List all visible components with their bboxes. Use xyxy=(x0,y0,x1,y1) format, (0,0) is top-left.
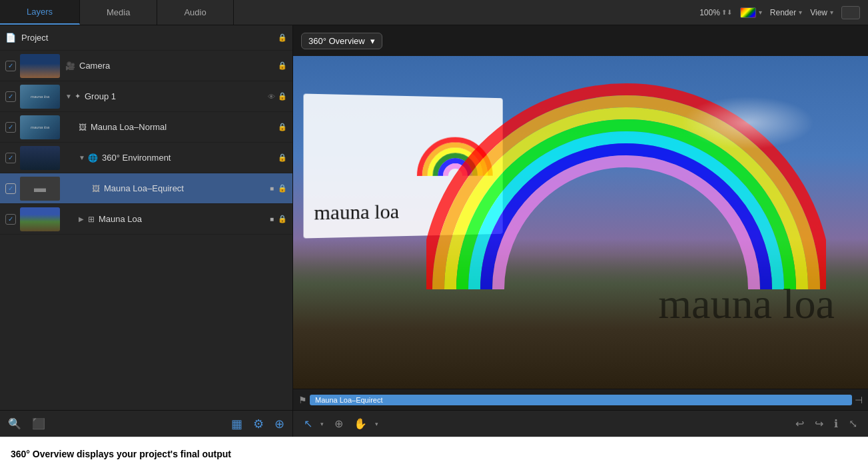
sidebar-toolbar: 🔍 ⬛ ▦ ⚙ ⊕ xyxy=(0,410,292,437)
env360-lock-icon: 🔒 xyxy=(278,153,287,162)
canvas-viewport[interactable]: mauna loa xyxy=(293,56,868,389)
mauna-equirect-badge: ■ xyxy=(270,185,274,192)
camera-thumbnail xyxy=(20,54,60,78)
mauna-loa-arrow-icon: ▶ xyxy=(79,215,85,223)
orbit-tool-btn[interactable]: ⊕ xyxy=(332,415,346,433)
camera-lock-icon: 🔒 xyxy=(278,61,287,70)
layer-item-env360[interactable]: ✓ ▼ 🌐 360° Environment 🔒 xyxy=(0,143,292,173)
info-btn[interactable]: ℹ xyxy=(831,415,841,433)
mauna-equirect-lock-icon: 🔒 xyxy=(278,184,287,193)
zoom-chevron-icon: ⬆⬇ xyxy=(721,9,732,16)
timeline-start-pin: ⚑ xyxy=(298,395,307,405)
tab-media[interactable]: Media xyxy=(80,0,157,25)
mauna-loa-thumbnail xyxy=(20,207,60,231)
group1-arrow-icon: ▼ xyxy=(65,93,72,100)
render-chevron-icon: ▾ xyxy=(799,9,802,16)
camera-checkbox[interactable]: ✓ xyxy=(5,61,16,71)
view-360-dropdown[interactable]: 360° Overview ▾ xyxy=(301,33,382,49)
layer-item-mauna-loa[interactable]: ✓ ▶ ⊞ Mauna Loa ■ 🔒 xyxy=(0,204,292,235)
canvas-toolbar: ↖ ▾ ⊕ ✋ ▾ ↩ ↪ ℹ ⤡ xyxy=(293,410,868,437)
env360-arrow-icon: ▼ xyxy=(79,154,85,161)
render-dropdown[interactable]: Render ▾ xyxy=(770,8,802,17)
group1-icon: ✦ xyxy=(75,92,81,101)
mauna-loa-icon: ⊞ xyxy=(88,215,95,224)
add-layer-btn[interactable]: ⊕ xyxy=(274,417,284,431)
timeline-end-pin: ⊣ xyxy=(855,395,863,405)
pan-tool-btn[interactable]: ✋ xyxy=(351,415,370,433)
zoom-control[interactable]: 100% ⬆⬇ xyxy=(699,8,732,17)
color-swatch xyxy=(740,7,756,18)
select-tool-group: ↖ ▾ xyxy=(301,415,326,433)
project-icon: 📄 xyxy=(5,33,16,43)
mauna-equirect-checkbox[interactable]: ✓ xyxy=(5,183,16,194)
layer-item-group1[interactable]: ✓ mauna loa ▼ ✦ Group 1 👁 🔒 xyxy=(0,81,292,112)
scene-text-panel: mauna loa xyxy=(314,200,399,224)
search-btn[interactable]: 🔍 xyxy=(8,417,21,430)
mauna-normal-thumbnail: mauna loa xyxy=(20,115,60,139)
project-lock-icon: 🔒 xyxy=(278,33,287,42)
view-toggle-btn[interactable]: ⬛ xyxy=(32,417,45,430)
layer-list: 📄 Project 🔒 ✓ 🎥 Camera 🔒 ✓ mauna loa ▼ ✦ xyxy=(0,25,292,410)
mauna-equirect-icon: 🖼 xyxy=(92,184,100,193)
tab-layers[interactable]: Layers xyxy=(0,0,80,25)
canvas-header: 360° Overview ▾ xyxy=(293,25,868,56)
select-tool-btn[interactable]: ↖ xyxy=(301,415,315,433)
env360-checkbox[interactable]: ✓ xyxy=(5,153,16,163)
group1-lock2-icon: 🔒 xyxy=(278,92,287,101)
timeline-track[interactable]: Mauna Loa–Equirect xyxy=(310,395,852,405)
camera-icon: 🎥 xyxy=(65,61,75,71)
layer-item-camera[interactable]: ✓ 🎥 Camera 🔒 xyxy=(0,51,292,81)
sidebar: 📄 Project 🔒 ✓ 🎥 Camera 🔒 ✓ mauna loa ▼ ✦ xyxy=(0,25,293,437)
group1-thumbnail: mauna loa xyxy=(20,85,60,109)
env360-icon: 🌐 xyxy=(88,153,98,163)
canvas-background: mauna loa xyxy=(293,56,868,389)
color-swatch-control[interactable]: ▾ xyxy=(740,7,762,18)
redo-btn[interactable]: ↪ xyxy=(812,415,826,433)
pan-tool-expand[interactable]: ▾ xyxy=(372,418,381,430)
project-row[interactable]: 📄 Project 🔒 xyxy=(0,25,292,51)
mauna-equirect-thumbnail: ▬ xyxy=(20,177,60,201)
undo-btn[interactable]: ↩ xyxy=(793,415,807,433)
group1-checkbox[interactable]: ✓ xyxy=(5,91,16,102)
mauna-normal-icon: 🖼 xyxy=(79,123,87,132)
main-area: 📄 Project 🔒 ✓ 🎥 Camera 🔒 ✓ mauna loa ▼ ✦ xyxy=(0,25,868,437)
settings-btn[interactable]: ⚙ xyxy=(253,417,264,431)
window-resize-btn[interactable] xyxy=(841,6,860,19)
grid-btn[interactable]: ▦ xyxy=(231,417,242,431)
expand-btn[interactable]: ⤡ xyxy=(846,415,860,433)
mauna-loa-badge: ■ xyxy=(270,215,274,223)
view-dropdown-top[interactable]: View ▾ xyxy=(810,8,833,17)
top-bar-right: 100% ⬆⬇ ▾ Render ▾ View ▾ xyxy=(699,6,868,19)
group1-lock-icon: 👁 xyxy=(268,93,275,101)
status-text: 360° Overview displays your project's fi… xyxy=(11,449,231,459)
canvas-area: 360° Overview ▾ xyxy=(293,25,868,437)
layer-item-mauna-equirect[interactable]: ✓ ▬ 🖼 Mauna Loa–Equirect ■ 🔒 xyxy=(0,173,292,204)
mauna-loa-checkbox[interactable]: ✓ xyxy=(5,214,16,225)
pan-tool-group: ✋ ▾ xyxy=(351,415,381,433)
mauna-normal-checkbox[interactable]: ✓ xyxy=(5,122,16,133)
tab-audio[interactable]: Audio xyxy=(157,0,233,25)
status-bar: 360° Overview displays your project's fi… xyxy=(0,437,868,470)
mauna-loa-lock-icon: 🔒 xyxy=(278,215,287,223)
select-tool-expand[interactable]: ▾ xyxy=(318,418,326,430)
top-bar: Layers Media Audio 100% ⬆⬇ ▾ Render ▾ Vi… xyxy=(0,0,868,25)
mauna-normal-lock-icon: 🔒 xyxy=(278,123,287,131)
timeline-bar: ⚑ Mauna Loa–Equirect ⊣ xyxy=(293,389,868,410)
color-chevron-icon: ▾ xyxy=(759,9,762,16)
scene-cloud xyxy=(681,96,815,149)
env360-thumbnail xyxy=(20,146,60,170)
view-360-chevron-icon: ▾ xyxy=(370,36,375,46)
layer-item-mauna-normal[interactable]: ✓ mauna loa 🖼 Mauna Loa–Normal 🔒 xyxy=(0,112,292,143)
scene-text-bottom: mauna loa xyxy=(658,279,835,329)
orbit-tool-group: ⊕ xyxy=(332,415,346,433)
tab-group: Layers Media Audio xyxy=(0,0,234,25)
view-chevron-icon: ▾ xyxy=(830,9,833,16)
